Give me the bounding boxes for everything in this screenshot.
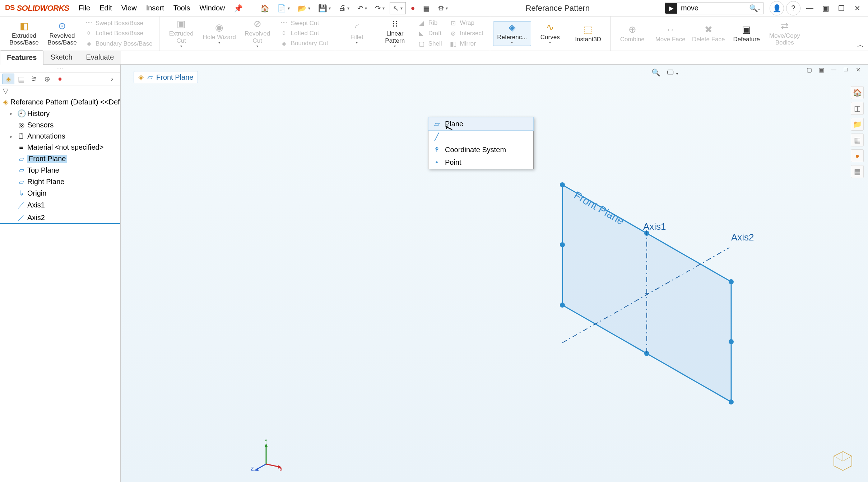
tree-axis1[interactable]: ／Axis1	[0, 199, 120, 211]
home-button[interactable]: 🏠	[257, 3, 272, 14]
filter-row[interactable]: ▽	[0, 85, 120, 96]
search-box[interactable]: ▶ 🔍▾	[665, 2, 764, 14]
tree-annotations[interactable]: ▸🗒Annotations	[0, 131, 120, 142]
tree-material[interactable]: ≡Material <not specified>	[0, 142, 120, 153]
tab-evaluate[interactable]: Evaluate	[79, 50, 121, 64]
taskpane-viewpalette-button[interactable]: ▦	[851, 134, 864, 146]
pin-icon[interactable]: 📌	[230, 2, 246, 15]
taskpane-home-button[interactable]: 🏠	[851, 86, 864, 99]
dropdown-coordsys[interactable]: ↟ Coordinate System	[428, 143, 533, 156]
maximize-button[interactable]: ❐	[834, 1, 849, 15]
delete-face-button[interactable]: ✖Delete Face	[690, 20, 728, 47]
reference-geometry-button[interactable]: ◈ Referenc...▾	[493, 21, 531, 46]
new-button[interactable]: 📄▾	[274, 3, 293, 14]
menu-edit[interactable]: Edit	[95, 2, 116, 15]
boundary-boss-button[interactable]: ◈Boundary Boss/Base	[83, 39, 154, 48]
movecopy-button[interactable]: ⇄Move/Copy Bodies	[766, 20, 804, 47]
plane-handle[interactable]	[729, 279, 734, 284]
undo-button[interactable]: ↶▾	[354, 3, 370, 14]
search-icon[interactable]: 🔍▾	[746, 4, 763, 13]
config-manager-tab[interactable]: ⚞	[28, 74, 40, 84]
expand-icon[interactable]: ▸	[10, 111, 15, 116]
curves-button[interactable]: ∿ Curves▾	[531, 21, 569, 46]
orientation-cube[interactable]	[832, 450, 854, 471]
view-triad[interactable]: Y X Z	[250, 439, 282, 471]
shell-button[interactable]: ▢Shell	[416, 39, 444, 48]
panel-drag-handle[interactable]: ⋯	[0, 65, 120, 72]
tree-top-plane[interactable]: ▱Top Plane	[0, 164, 120, 176]
display-manager-tab[interactable]: ●	[54, 74, 66, 84]
help-button[interactable]: ?	[786, 1, 800, 15]
select-button[interactable]: ↖▾	[390, 2, 406, 14]
menu-view[interactable]: View	[117, 2, 141, 15]
wrap-button[interactable]: ⊡Wrap	[448, 19, 485, 28]
options-button[interactable]: ⚙▾	[435, 3, 451, 14]
taskpane-fileexplorer-button[interactable]: 📁	[851, 118, 864, 131]
minimize-button[interactable]: —	[803, 1, 817, 15]
restore-button[interactable]: ▣	[818, 1, 833, 15]
print-button[interactable]: 🖨▾	[336, 3, 352, 14]
mirror-button[interactable]: ▮▯Mirror	[448, 39, 485, 48]
move-face-button[interactable]: ↔Move Face	[651, 20, 690, 47]
instant3d-button[interactable]: ⬚ Instant3D	[569, 21, 607, 46]
menu-tools[interactable]: Tools	[169, 2, 195, 15]
user-button[interactable]: 👤	[770, 1, 784, 15]
draft-button[interactable]: ◣Draft	[416, 29, 444, 38]
plane-handle[interactable]	[560, 242, 565, 247]
display-button[interactable]: ▦	[420, 3, 433, 14]
tree-right-plane[interactable]: ▱Right Plane	[0, 176, 120, 187]
dimxpert-tab[interactable]: ⊕	[41, 74, 53, 84]
tab-features[interactable]: Features	[0, 50, 43, 65]
expand-icon[interactable]: ▸	[10, 134, 15, 139]
linear-pattern-button[interactable]: ⁝⁝ Linear Pattern▾	[376, 18, 414, 49]
combine-button[interactable]: ⊕Combine	[613, 20, 651, 47]
tab-sketch[interactable]: Sketch	[43, 50, 79, 64]
plane-handle[interactable]	[729, 399, 734, 404]
swept-boss-button[interactable]: 〰Swept Boss/Base	[83, 19, 154, 28]
tree-root[interactable]: ◈ Referance Pattern (Default) <<Defau	[0, 96, 120, 108]
defeature-button[interactable]: ▣Defeature	[728, 20, 766, 47]
boundary-cut-button[interactable]: ◈Boundary Cut	[279, 39, 330, 48]
plane-handle[interactable]	[560, 303, 565, 308]
dropdown-axis[interactable]: ╱ Axis	[428, 130, 533, 143]
dropdown-plane[interactable]: ▱ Plane	[428, 117, 534, 131]
revolved-cut-button[interactable]: ⊘ Revolved Cut▾	[238, 18, 277, 49]
tree-sensors[interactable]: ◎Sensors	[0, 119, 120, 131]
tree-axis2[interactable]: ／Axis2	[0, 211, 120, 224]
curves-icon: ∿	[546, 22, 554, 33]
tree-front-plane[interactable]: ▱Front Plane	[0, 153, 120, 164]
save-button[interactable]: 💾▾	[315, 3, 334, 14]
dropdown-point[interactable]: • Point	[428, 156, 533, 169]
feature-tree: ◈ Referance Pattern (Default) <<Defau ▸🕘…	[0, 96, 120, 482]
panel-expand-button[interactable]: ›	[106, 74, 118, 84]
menu-file[interactable]: File	[74, 2, 94, 15]
rebuild-button[interactable]: ●	[408, 3, 418, 14]
hole-wizard-button[interactable]: ◉ Hole Wizard▾	[200, 18, 238, 49]
close-button[interactable]: ✕	[850, 1, 864, 15]
plane-handle[interactable]	[729, 339, 734, 344]
search-input[interactable]	[677, 3, 746, 14]
intersect-button[interactable]: ⊗Intersect	[448, 29, 485, 38]
open-button[interactable]: 📂▾	[295, 3, 313, 14]
list-icon: ▤	[854, 167, 861, 176]
taskpane-custom-button[interactable]: ▤	[851, 165, 864, 178]
menu-insert[interactable]: Insert	[142, 2, 168, 15]
taskpane-appearances-button[interactable]: ●	[851, 149, 864, 162]
lofted-boss-button[interactable]: ◊Lofted Boss/Base	[83, 29, 154, 38]
rib-button[interactable]: ◢Rib	[416, 19, 444, 28]
fillet-button[interactable]: ◜ Fillet▾	[338, 18, 376, 49]
ribbon-collapse-button[interactable]: ︿	[857, 41, 864, 49]
feature-tree-tab[interactable]: ◈	[2, 74, 14, 84]
menu-window[interactable]: Window	[195, 2, 229, 15]
revolved-boss-button[interactable]: ⊙ Revolved Boss/Base	[43, 19, 81, 48]
taskpane-library-button[interactable]: ◫	[851, 102, 864, 115]
plane-handle[interactable]	[560, 182, 565, 187]
extruded-boss-button[interactable]: ◧ Extruded Boss/Base	[5, 19, 43, 48]
redo-button[interactable]: ↷▾	[372, 3, 387, 14]
extruded-cut-button[interactable]: ▣ Extruded Cut▾	[162, 18, 200, 49]
tree-origin[interactable]: ↳Origin	[0, 187, 120, 199]
property-manager-tab[interactable]: ▤	[15, 74, 27, 84]
lofted-cut-button[interactable]: ◊Lofted Cut	[279, 29, 330, 38]
swept-cut-button[interactable]: 〰Swept Cut	[279, 19, 330, 28]
tree-history[interactable]: ▸🕘History	[0, 108, 120, 119]
